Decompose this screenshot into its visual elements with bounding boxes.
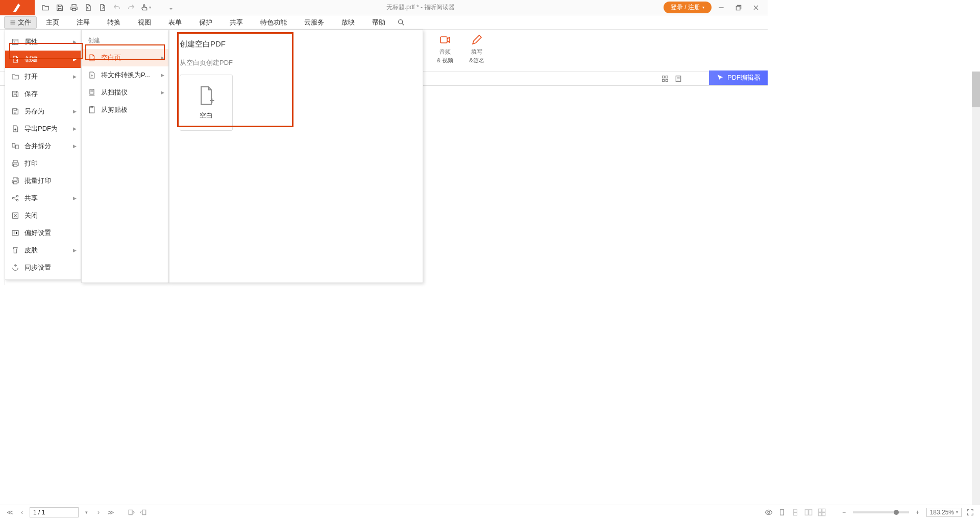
create-detail-panel: 创建空白PDF 从空白页创建PDF 空白 bbox=[169, 30, 423, 283]
doc-right-icon[interactable] bbox=[96, 1, 109, 14]
menu-feature[interactable]: 特色功能 bbox=[252, 16, 295, 29]
file-menu-item-3[interactable]: 保存 bbox=[5, 85, 81, 103]
file-menu-item-4[interactable]: 另存为▶ bbox=[5, 103, 81, 120]
file-menu-label: 保存 bbox=[24, 89, 38, 99]
single-view-icon[interactable] bbox=[674, 74, 683, 83]
file-menu-item-0[interactable]: 属性▶ bbox=[5, 33, 81, 51]
chevron-right-icon: ▶ bbox=[161, 73, 164, 78]
chevron-right-icon: ▶ bbox=[73, 57, 77, 62]
file-menu-icon bbox=[11, 55, 19, 63]
file-menu-item-8[interactable]: 批量打印 bbox=[5, 172, 81, 190]
menu-protect[interactable]: 保护 bbox=[191, 16, 220, 29]
svg-rect-11 bbox=[12, 230, 18, 235]
file-menu-label: 打印 bbox=[24, 159, 38, 168]
menu-form[interactable]: 表单 bbox=[160, 16, 190, 29]
titlebar: ▾ 无标题.pdf * - 福昕阅读器 登录 / 注册▾ bbox=[0, 0, 768, 15]
file-menu-icon bbox=[11, 194, 19, 202]
submenu-item-2[interactable]: 从扫描仪▶ bbox=[82, 84, 168, 101]
ribbon-audio-video[interactable]: 音频 & 视频 bbox=[432, 33, 458, 64]
pdf-editor-label: PDF编辑器 bbox=[727, 73, 761, 82]
file-menu-item-9[interactable]: 共享▶ bbox=[5, 190, 81, 207]
file-menu-item-6[interactable]: 合并拆分▶ bbox=[5, 137, 81, 155]
svg-rect-1 bbox=[440, 37, 447, 43]
file-menu-label: 共享 bbox=[24, 194, 38, 203]
file-menu-icon bbox=[11, 38, 19, 46]
blank-card-label: 空白 bbox=[200, 111, 213, 120]
file-menu-item-1[interactable]: 创建▶ bbox=[5, 51, 81, 68]
chevron-right-icon: ▶ bbox=[73, 109, 77, 114]
chevron-right-icon: ▶ bbox=[73, 126, 77, 131]
submenu-item-0[interactable]: 空白页▶ bbox=[82, 49, 168, 66]
pencil-icon bbox=[471, 34, 483, 46]
maximize-button[interactable] bbox=[731, 1, 746, 14]
file-menu-item-13[interactable]: 同步设置 bbox=[5, 259, 81, 276]
pdf-editor-button[interactable]: PDF编辑器 bbox=[709, 70, 768, 85]
file-menu-icon bbox=[11, 73, 19, 81]
file-menu-item-2[interactable]: 打开▶ bbox=[5, 68, 81, 85]
file-menu-label: 合并拆分 bbox=[24, 141, 51, 151]
save-icon[interactable] bbox=[53, 1, 66, 14]
menu-home[interactable]: 主页 bbox=[38, 16, 67, 29]
file-menu-icon bbox=[11, 177, 19, 185]
svg-rect-5 bbox=[16, 145, 18, 149]
redo-icon[interactable] bbox=[125, 1, 138, 14]
submenu-label: 将文件转换为P... bbox=[101, 70, 150, 80]
file-menu-icon bbox=[11, 107, 19, 115]
svg-point-0 bbox=[399, 19, 403, 23]
blank-template-card[interactable]: 空白 bbox=[180, 75, 233, 131]
submenu-icon bbox=[88, 54, 96, 62]
submenu-header: 创建 bbox=[82, 33, 168, 49]
file-menu-item-5[interactable]: 导出PDF为▶ bbox=[5, 120, 81, 137]
close-button[interactable] bbox=[748, 1, 764, 14]
video-icon bbox=[439, 34, 451, 46]
submenu-icon bbox=[88, 106, 96, 114]
menu-share[interactable]: 共享 bbox=[222, 16, 251, 29]
login-button[interactable]: 登录 / 注册▾ bbox=[664, 2, 712, 13]
file-menu-item-11[interactable]: 偏好设置 bbox=[5, 224, 81, 242]
file-menu-button[interactable]: 文件 bbox=[4, 16, 37, 29]
svg-rect-13 bbox=[91, 106, 93, 108]
grid-view-icon[interactable] bbox=[660, 74, 670, 83]
file-menu-label: 创建 bbox=[24, 55, 38, 64]
file-menu-item-10[interactable]: 关闭 bbox=[5, 207, 81, 224]
svg-point-9 bbox=[16, 199, 18, 201]
menu-cloud[interactable]: 云服务 bbox=[296, 16, 332, 29]
file-backstage-menu: 属性▶创建▶打开▶保存另存为▶导出PDF为▶合并拆分▶打印批量打印共享▶关闭偏好… bbox=[5, 30, 81, 280]
chevron-right-icon: ▶ bbox=[73, 74, 77, 79]
doc-left-icon[interactable] bbox=[82, 1, 95, 14]
submenu-label: 空白页 bbox=[101, 53, 121, 62]
menu-comment[interactable]: 注释 bbox=[68, 16, 98, 29]
menu-convert[interactable]: 转换 bbox=[99, 16, 129, 29]
file-menu-icon bbox=[11, 229, 19, 237]
undo-icon[interactable] bbox=[110, 1, 124, 14]
search-icon[interactable] bbox=[395, 16, 408, 29]
menu-help[interactable]: 帮助 bbox=[364, 16, 394, 29]
blank-page-icon bbox=[198, 85, 215, 106]
file-menu-label: 关闭 bbox=[24, 211, 38, 220]
app-logo[interactable] bbox=[0, 0, 35, 15]
file-menu-label: 皮肤 bbox=[24, 246, 38, 255]
detail-title: 创建空白PDF bbox=[180, 39, 412, 49]
file-menu-label: 属性 bbox=[24, 37, 38, 46]
hamburger-icon bbox=[10, 19, 16, 26]
open-icon[interactable] bbox=[39, 1, 52, 14]
menu-view[interactable]: 视图 bbox=[130, 16, 159, 29]
file-menu-item-12[interactable]: 皮肤▶ bbox=[5, 242, 81, 259]
submenu-item-3[interactable]: 从剪贴板 bbox=[82, 101, 168, 119]
submenu-item-1[interactable]: 将文件转换为P...▶ bbox=[82, 66, 168, 84]
detail-subtitle: 从空白页创建PDF bbox=[180, 58, 412, 67]
file-menu-label: 导出PDF为 bbox=[24, 124, 58, 133]
file-menu-item-7[interactable]: 打印 bbox=[5, 155, 81, 172]
cursor-icon bbox=[716, 74, 724, 82]
print-icon[interactable] bbox=[67, 1, 81, 14]
menu-play[interactable]: 放映 bbox=[333, 16, 363, 29]
qat-dropdown-icon[interactable] bbox=[164, 1, 178, 14]
touch-icon[interactable]: ▾ bbox=[139, 1, 152, 14]
submenu-icon bbox=[88, 71, 96, 79]
minimize-button[interactable] bbox=[714, 1, 729, 14]
file-label: 文件 bbox=[18, 18, 31, 27]
ribbon-fill-sign[interactable]: 填写 &签名 bbox=[463, 33, 490, 64]
svg-point-6 bbox=[17, 178, 19, 180]
file-menu-label: 偏好设置 bbox=[24, 228, 51, 238]
submenu-label: 从剪贴板 bbox=[101, 105, 128, 114]
